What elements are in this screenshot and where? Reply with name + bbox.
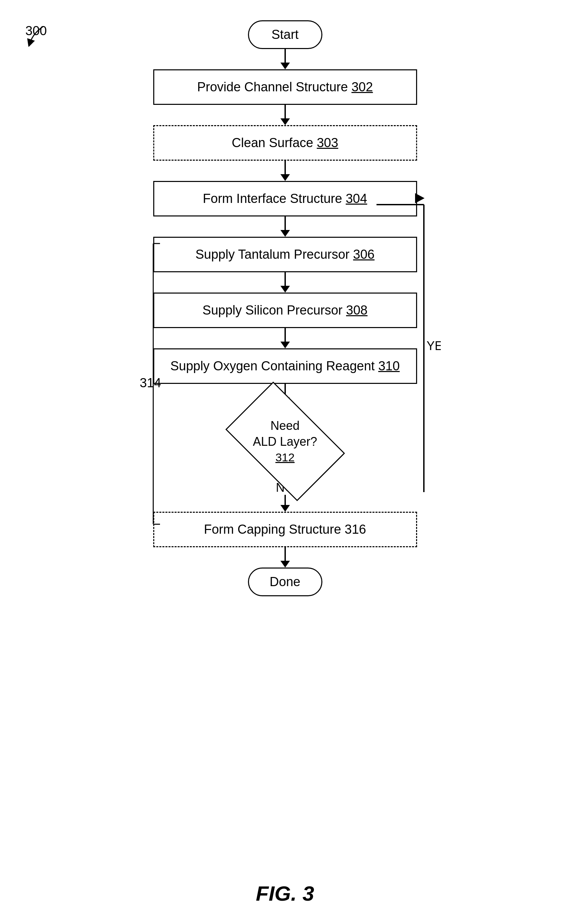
arrow-provide-to-clean — [280, 105, 290, 125]
clean-surface-node: Clean Surface 303 — [153, 125, 417, 161]
fig-label: FIG. 3 — [256, 881, 314, 906]
arrow-start-to-provide — [280, 49, 290, 69]
done-node: Done — [248, 568, 322, 596]
arrow-silicon-to-oxygen — [280, 328, 290, 348]
provide-channel-node: Provide Channel Structure 302 — [153, 69, 417, 105]
svg-text:YES: YES — [427, 339, 441, 353]
bracket-314-icon: 314 — [140, 237, 167, 531]
flowchart: Start Provide Channel Structure 302 Clea… — [133, 20, 437, 596]
arrow-capping-to-done — [280, 547, 290, 568]
arrow-tantalum-to-silicon — [280, 272, 290, 292]
yes-loop-arrow: YES — [373, 198, 441, 531]
ref-arrow-icon — [23, 23, 50, 47]
bracket-314-region: 314 YES Supply Tantalum Precursor 306 — [133, 237, 437, 479]
arrow-no-to-capping — [280, 495, 290, 512]
start-node: Start — [248, 20, 322, 49]
diagram-container: 300 Start Provide Channel Structure 302 — [0, 0, 570, 924]
svg-text:314: 314 — [140, 376, 161, 390]
arrow-form-interface-to-tantalum — [280, 216, 290, 237]
need-ald-node: Need ALD Layer? 312 — [231, 404, 339, 479]
arrow-clean-to-form-interface — [280, 161, 290, 181]
diamond-text: Need ALD Layer? 312 — [253, 418, 317, 465]
